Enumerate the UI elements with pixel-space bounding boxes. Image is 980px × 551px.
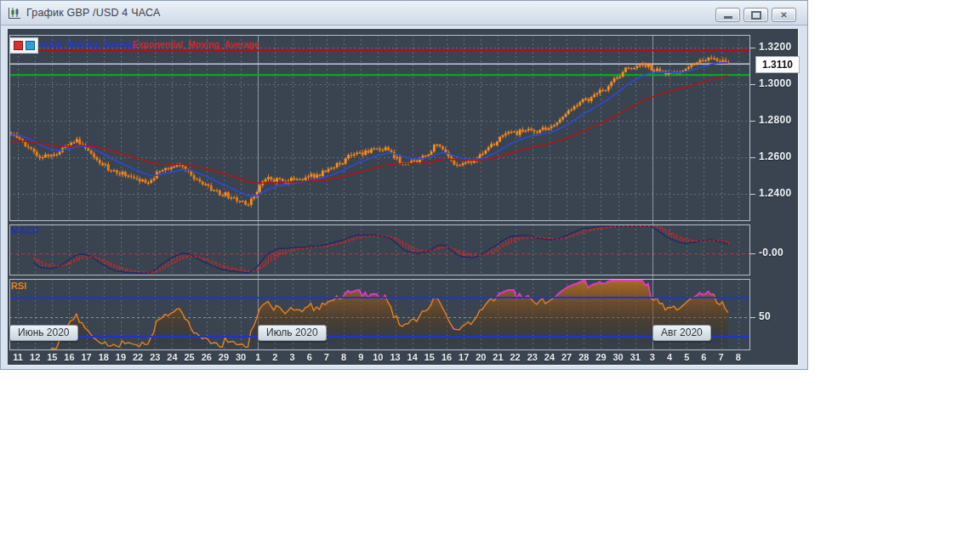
x-axis-label: 24 — [540, 352, 559, 362]
x-axis-label: 18 — [94, 352, 113, 362]
x-axis-label: 26 — [197, 352, 216, 362]
minimize-button[interactable] — [715, 8, 740, 22]
close-icon: ✕ — [780, 11, 787, 20]
minimize-icon — [724, 16, 732, 19]
x-axis-label: 19 — [111, 352, 130, 362]
x-axis-label: 2 — [265, 352, 284, 362]
macd-tick-label: -0.00 — [759, 247, 803, 258]
x-axis-label: 5 — [677, 352, 696, 362]
x-axis-label: 17 — [77, 352, 96, 362]
chart-region: ential_Moving_Average Exponential_Moving… — [8, 29, 799, 366]
x-axis-label: 8 — [729, 352, 748, 362]
candlestick-chart-icon — [8, 7, 21, 20]
x-axis-label: 4 — [660, 352, 679, 362]
price-tick-label: 1.3200 — [759, 41, 803, 53]
x-axis-label: 29 — [214, 352, 233, 362]
month-label-july: Июль 2020 — [258, 325, 327, 341]
window-controls: ✕ — [715, 8, 796, 22]
x-axis-label: 14 — [403, 352, 422, 362]
ema-fast-label: ential_Moving_Average — [38, 39, 138, 49]
maximize-icon — [751, 11, 761, 20]
x-axis-label: 27 — [557, 352, 576, 362]
ema-red-swatch-icon — [14, 41, 23, 50]
rsi-panel-label: RSI — [11, 281, 26, 291]
current-price-box: 1.3110 — [755, 56, 800, 73]
rsi-tick-label: 50 — [759, 310, 803, 322]
x-axis-label: 17 — [454, 352, 473, 362]
x-axis-label: 7 — [712, 352, 731, 362]
x-axis-label: 8 — [334, 352, 353, 362]
close-button[interactable]: ✕ — [772, 8, 796, 22]
x-axis-label: 16 — [60, 352, 78, 362]
x-axis-label: 1 — [248, 352, 267, 362]
x-axis-label: 30 — [609, 352, 628, 362]
x-axis-label: 12 — [26, 352, 44, 362]
x-axis-label: 3 — [283, 352, 302, 362]
month-label-june: Июнь 2020 — [9, 325, 78, 341]
x-axis-label: 13 — [386, 352, 405, 362]
x-axis-label: 20 — [471, 352, 490, 362]
price-chart-canvas[interactable] — [8, 29, 798, 365]
x-axis-label: 15 — [420, 352, 439, 362]
desktop: { "window": { "title": "График GBP /USD … — [0, 0, 980, 551]
chart-window: График GBP /USD 4 ЧАСА ✕ ential_Moving_A… — [0, 0, 808, 370]
x-axis-label: 23 — [145, 352, 164, 362]
x-axis-label: 22 — [506, 352, 525, 362]
indicator-legend — [9, 37, 38, 54]
x-axis-label: 11 — [9, 352, 27, 362]
x-axis-label: 31 — [626, 352, 645, 362]
x-axis-label: 7 — [317, 352, 336, 362]
title-bar[interactable]: График GBP /USD 4 ЧАСА ✕ — [1, 1, 807, 26]
x-axis-label: 25 — [180, 352, 199, 362]
x-axis-label: 30 — [231, 352, 250, 362]
x-axis-label: 28 — [574, 352, 593, 362]
x-axis-label: 22 — [128, 352, 147, 362]
price-tick-label: 1.2600 — [759, 151, 803, 162]
ema-slow-label: Exponential_Moving_Average — [133, 39, 259, 49]
maximize-button[interactable] — [744, 8, 768, 22]
ema-blue-swatch-icon — [26, 41, 35, 50]
x-axis-label: 9 — [351, 352, 370, 362]
window-title: График GBP /USD 4 ЧАСА — [26, 7, 160, 19]
price-tick-label: 1.3000 — [759, 77, 803, 89]
x-axis-label: 24 — [162, 352, 181, 362]
price-tick-label: 1.2800 — [759, 114, 803, 126]
x-axis-label: 29 — [591, 352, 610, 362]
x-axis-label: 6 — [694, 352, 713, 362]
price-tick-label: 1.2400 — [759, 187, 803, 199]
x-axis-label: 6 — [300, 352, 319, 362]
x-axis-label: 15 — [43, 352, 61, 362]
x-axis-label: 3 — [643, 352, 662, 362]
x-axis-label: 16 — [437, 352, 456, 362]
x-axis-label: 23 — [523, 352, 542, 362]
x-axis-label: 21 — [488, 352, 507, 362]
window-client-area: ential_Moving_Average Exponential_Moving… — [1, 25, 807, 369]
month-label-august: Авг 2020 — [652, 325, 711, 341]
macd-panel-label: MACD — [11, 225, 39, 236]
x-axis-label: 10 — [368, 352, 387, 362]
